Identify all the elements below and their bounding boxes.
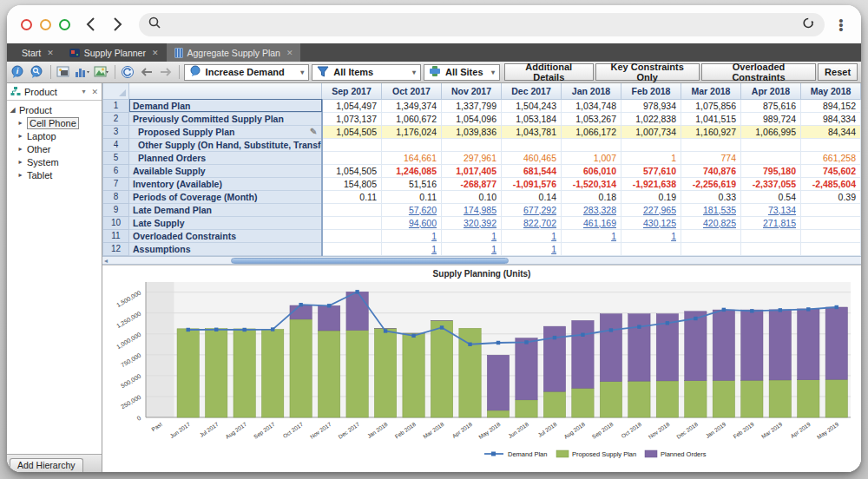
row-number[interactable]: 11: [103, 229, 129, 242]
cell-drill-link[interactable]: 57,620: [409, 205, 437, 215]
row-number[interactable]: 1: [103, 99, 129, 112]
grid-cell[interactable]: 1,053,184: [502, 112, 562, 125]
cell-drill-link[interactable]: 822,702: [523, 218, 556, 228]
grid-cell[interactable]: 1,054,096: [442, 112, 502, 125]
expanded-triangle-icon[interactable]: ◢: [10, 106, 16, 114]
grid-cell[interactable]: [442, 138, 502, 151]
sidebar-item-system[interactable]: ▸System: [7, 155, 102, 168]
grid-cell[interactable]: 0.11: [382, 190, 442, 203]
column-header-nov-2017[interactable]: Nov 2017: [442, 83, 502, 99]
overloaded-constraints-button[interactable]: Overloaded Constraints: [701, 63, 816, 81]
grid-cell[interactable]: 1: [382, 242, 442, 255]
column-header-mar-2018[interactable]: Mar 2018: [681, 83, 741, 99]
grid-cell[interactable]: 1,034,748: [562, 99, 621, 112]
collapsed-triangle-icon[interactable]: ▸: [17, 119, 23, 127]
tab-start[interactable]: Start✕: [14, 43, 62, 62]
column-header-jan-2018[interactable]: Jan 2018: [562, 83, 621, 99]
refresh-icon[interactable]: [801, 16, 816, 34]
grid-cell[interactable]: 1,054,505: [322, 164, 382, 177]
row-label-overloaded-constraints[interactable]: Overloaded Constraints: [129, 229, 322, 242]
grid-cell[interactable]: 989,724: [741, 112, 801, 125]
grid-cell[interactable]: 1,017,405: [442, 164, 502, 177]
back-arrow-icon[interactable]: [139, 63, 155, 81]
tab-close-icon[interactable]: ✕: [47, 49, 54, 57]
row-label-column-header[interactable]: [129, 83, 322, 99]
row-number[interactable]: 7: [103, 177, 129, 190]
grid-cell[interactable]: 0.11: [322, 190, 382, 203]
key-constraints-only-button[interactable]: Key Constraints Only: [595, 63, 700, 81]
grid-cell[interactable]: [621, 138, 681, 151]
grid-cell[interactable]: [681, 242, 741, 255]
grid-cell[interactable]: 84,344: [801, 125, 861, 138]
cell-drill-link[interactable]: 181,535: [703, 205, 736, 215]
cell-drill-link[interactable]: 1: [551, 231, 556, 241]
grid-cell[interactable]: 1,160,927: [681, 125, 741, 138]
grid-cell[interactable]: 774: [681, 151, 741, 164]
forward-chevron-icon[interactable]: [111, 16, 123, 32]
row-label-previously-committed-supply-plan[interactable]: Previously Committed Supply Plan: [129, 112, 322, 125]
grid-cell[interactable]: 420,825: [681, 216, 741, 229]
grid-cell[interactable]: 1,246,085: [382, 164, 442, 177]
grid-cell[interactable]: 0.14: [502, 190, 562, 203]
column-header-feb-2018[interactable]: Feb 2018: [621, 83, 681, 99]
grid-corner-cell[interactable]: [103, 83, 129, 99]
collapsed-triangle-icon[interactable]: ▸: [17, 145, 23, 153]
reset-button[interactable]: Reset: [818, 63, 858, 81]
grid-cell[interactable]: 1,066,172: [562, 125, 621, 138]
grid-cell[interactable]: 677,292: [502, 203, 562, 216]
add-hierarchy-button[interactable]: Add Hierarchy: [10, 458, 83, 472]
grid-cell[interactable]: 0.19: [621, 190, 681, 203]
grid-cell[interactable]: [562, 138, 621, 151]
grid-cell[interactable]: 1: [442, 229, 502, 242]
column-header-dec-2017[interactable]: Dec 2017: [502, 83, 562, 99]
column-header-sep-2017[interactable]: Sep 2017: [322, 83, 382, 99]
horizontal-scrollbar[interactable]: ◂: [102, 256, 861, 265]
cell-drill-link[interactable]: 174,985: [464, 205, 496, 215]
grid-cell[interactable]: [801, 229, 861, 242]
row-number[interactable]: 4: [103, 138, 129, 151]
row-label-available-supply[interactable]: Available Supply: [129, 164, 322, 177]
cell-drill-link[interactable]: 283,328: [583, 205, 616, 215]
cell-drill-link[interactable]: 1: [551, 244, 556, 254]
grid-cell[interactable]: -2,337,055: [741, 177, 801, 190]
cell-drill-link[interactable]: 1: [491, 244, 496, 254]
grid-cell[interactable]: 740,876: [681, 164, 741, 177]
cell-drill-link[interactable]: 677,292: [523, 205, 556, 215]
grid-cell[interactable]: [322, 151, 382, 164]
cell-drill-link[interactable]: 420,825: [703, 218, 736, 228]
tab-close-icon[interactable]: ✕: [286, 49, 293, 57]
scroll-left-arrow-icon[interactable]: ◂: [104, 257, 108, 265]
grid-cell[interactable]: [681, 138, 741, 151]
grid-cell[interactable]: 0.33: [681, 190, 741, 203]
grid-cell[interactable]: [322, 229, 382, 242]
grid-cell[interactable]: 1: [562, 229, 621, 242]
grid-cell[interactable]: 978,934: [621, 99, 681, 112]
cell-drill-link[interactable]: 1: [431, 244, 437, 254]
kebab-menu-icon[interactable]: •••: [835, 18, 847, 31]
grid-cell[interactable]: 181,535: [681, 203, 741, 216]
grid-cell[interactable]: 227,965: [621, 203, 681, 216]
grid-cell[interactable]: 1: [502, 229, 562, 242]
grid-cell[interactable]: [801, 138, 861, 151]
scenario-dropdown[interactable]: Increase Demand ▾: [184, 64, 310, 81]
hierarchy-close-icon[interactable]: ✕: [91, 88, 98, 96]
grid-cell[interactable]: 174,985: [442, 203, 502, 216]
sidebar-item-cell-phone[interactable]: ▸Cell Phone: [7, 116, 102, 129]
grid-cell[interactable]: [801, 203, 861, 216]
hierarchy-dropdown-icon[interactable]: ▾: [82, 88, 85, 95]
row-number[interactable]: 12: [103, 242, 129, 255]
row-label-late-demand-plan[interactable]: Late Demand Plan: [129, 203, 322, 216]
row-number[interactable]: 8: [103, 190, 129, 203]
grid-cell[interactable]: 283,328: [562, 203, 621, 216]
items-filter-dropdown[interactable]: All Items ▾: [312, 64, 421, 81]
grid-cell[interactable]: 1,066,995: [741, 125, 801, 138]
cell-drill-link[interactable]: 430,125: [643, 218, 676, 228]
grid-cell[interactable]: 0.39: [801, 190, 861, 203]
grid-cell[interactable]: 984,334: [801, 112, 861, 125]
grid-cell[interactable]: 1: [382, 229, 442, 242]
grid-cell[interactable]: -1,921,638: [621, 177, 681, 190]
grid-cell[interactable]: 1,060,672: [382, 112, 442, 125]
grid-cell[interactable]: [322, 216, 382, 229]
zoom-window-button[interactable]: [59, 19, 70, 30]
grid-cell[interactable]: 1: [621, 151, 681, 164]
